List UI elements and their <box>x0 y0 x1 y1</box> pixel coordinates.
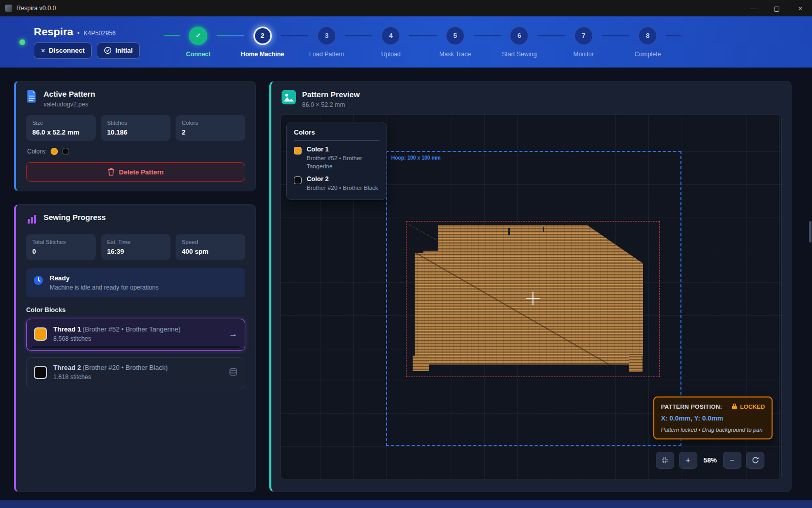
stitch-tab-right <box>629 355 643 372</box>
crosshair-icon <box>532 292 533 305</box>
maximize-button[interactable]: ▢ <box>765 0 788 16</box>
machine-status-box: Ready Machine is idle and ready for oper… <box>26 268 245 297</box>
step-complete[interactable]: 8 Complete <box>629 27 666 58</box>
step-home-machine[interactable]: 2 Home Machine <box>244 27 281 58</box>
stepper-connector <box>409 35 436 36</box>
zoom-out-button[interactable]: − <box>723 452 741 469</box>
disconnect-label: Disconnect <box>49 47 84 54</box>
step-label: Load Pattern <box>309 51 345 58</box>
stat-size: Size 86.0 x 52.2 mm <box>26 115 96 141</box>
hoop-label: Hoop: 100 x 100 mm <box>387 152 680 164</box>
connection-status-dot <box>19 39 25 45</box>
stat-label: Est. Time <box>107 239 164 245</box>
stat-value: 86.0 x 52.2 mm <box>32 128 90 136</box>
stitch-gap <box>543 227 544 232</box>
colors-row-label: Colors: <box>27 148 47 155</box>
step-upload[interactable]: 4 Upload <box>372 27 409 58</box>
thread-1-swatch <box>34 327 47 341</box>
stitch-render <box>410 225 643 367</box>
step-label: Mask Trace <box>439 51 471 58</box>
locked-badge[interactable]: LOCKED <box>732 403 765 410</box>
pattern-filename: valetudogv2.pes <box>44 101 95 108</box>
stat-speed: Speed 400 spm <box>176 234 245 260</box>
thread-block-1[interactable]: Thread 1(Brother #52 • Brother Tangerine… <box>26 319 245 351</box>
stitch-gap <box>508 228 510 235</box>
check-icon: ✓ <box>196 32 201 39</box>
arrow-right-icon: → <box>229 329 238 339</box>
color-dot-black <box>62 148 69 155</box>
stat-label: Speed <box>182 239 239 245</box>
thread-1-progress-track <box>32 346 240 348</box>
stat-value: 2 <box>182 128 239 136</box>
step-circle-active: 2 <box>253 27 272 45</box>
stat-value: 400 spm <box>182 248 239 255</box>
image-icon <box>282 90 296 108</box>
step-circle: 5 <box>446 27 464 45</box>
close-button[interactable]: × <box>788 0 812 16</box>
disconnect-button[interactable]: × Disconnect <box>34 42 92 59</box>
step-label: Connect <box>186 51 210 58</box>
step-circle: 3 <box>317 27 336 45</box>
step-circle: 4 <box>381 27 400 45</box>
preview-canvas[interactable]: Hoop: 100 x 100 mm Col <box>281 115 782 479</box>
window-title: Respira v0.0.0 <box>16 5 56 12</box>
initial-button[interactable]: Initial <box>97 42 140 59</box>
locked-label: LOCKED <box>740 404 765 410</box>
stat-label: Size <box>32 120 90 126</box>
step-load-pattern[interactable]: 3 Load Pattern <box>308 27 345 58</box>
stat-stitches: Stitches 10.186 <box>101 115 170 141</box>
scrollbar-thumb[interactable] <box>809 221 811 242</box>
zoom-controls: + 58% − <box>656 452 764 469</box>
stat-label: Colors <box>182 120 239 126</box>
check-circle-icon <box>104 47 112 54</box>
stepper-connector <box>217 35 244 36</box>
stat-est-time: Est. Time 16:39 <box>101 234 170 260</box>
stitch-diagonal <box>407 248 639 382</box>
zoom-in-button[interactable]: + <box>679 452 697 469</box>
status-title: Ready <box>50 274 159 282</box>
color-2-chip <box>294 176 302 184</box>
step-circle: 6 <box>510 27 528 45</box>
stat-label: Total Stitches <box>32 239 90 245</box>
active-pattern-card: Active Pattern valetudogv2.pes Size 86.0… <box>14 81 256 191</box>
stepper-connector <box>538 35 565 36</box>
stepper-connector <box>602 35 629 36</box>
step-mask-trace[interactable]: 5 Mask Trace <box>437 27 474 58</box>
color-blocks-label: Color Blocks <box>26 306 245 314</box>
thread-1-detail: (Brother #52 • Brother Tangerine) <box>82 325 180 333</box>
color-1-name: Color 1 <box>307 146 379 153</box>
app-name: Respira <box>34 26 73 38</box>
thread-1-stitch-count: 8.568 stitches <box>53 335 181 342</box>
stat-label: Stitches <box>107 120 164 126</box>
step-connect[interactable]: ✓ Connect <box>180 27 217 58</box>
app-header: Respira • K4P502956 × Disconnect Initial… <box>0 16 812 68</box>
step-start-sewing[interactable]: 6 Start Sewing <box>501 27 538 58</box>
machine-serial: K4P502956 <box>83 30 116 37</box>
colors-panel: Colors Color 1 Brother #52 • Brother Tan… <box>286 122 387 200</box>
pattern-position-label: PATTERN POSITION: <box>661 404 722 410</box>
pattern-coords: X: 0.0mm, Y: 0.0mm <box>661 414 765 422</box>
thread-block-2[interactable]: Thread 2(Brother #20 • Brother Black) 1.… <box>26 357 245 389</box>
stepper-connector <box>281 35 308 36</box>
color-item-1: Color 1 Brother #52 • Brother Tangerine <box>294 146 379 170</box>
thread-2-stitch-count: 1.618 stitches <box>53 373 168 381</box>
minimize-button[interactable]: — <box>741 0 765 16</box>
stepper-connector <box>345 35 372 36</box>
fit-view-button[interactable] <box>656 452 674 469</box>
delete-pattern-button[interactable]: Delete Pattern <box>26 162 245 182</box>
thread-2-swatch <box>34 366 47 379</box>
stepper-connector <box>474 35 501 36</box>
stepper-connector <box>164 35 180 36</box>
stat-colors: Colors 2 <box>176 115 245 141</box>
preview-dimensions: 86.0 × 52.2 mm <box>302 101 360 108</box>
sewing-progress-card: Sewing Progress Total Stitches 0 Est. Ti… <box>14 204 256 492</box>
initial-label: Initial <box>115 47 133 54</box>
step-label: Complete <box>634 51 660 58</box>
layers-icon <box>229 368 238 377</box>
step-monitor[interactable]: 7 Monitor <box>565 27 602 58</box>
refresh-icon[interactable] <box>746 452 764 469</box>
bar-chart-icon <box>26 213 37 227</box>
delete-pattern-label: Delete Pattern <box>119 168 163 176</box>
stitch-tab-left <box>413 356 429 371</box>
bullet-separator: • <box>77 30 79 37</box>
